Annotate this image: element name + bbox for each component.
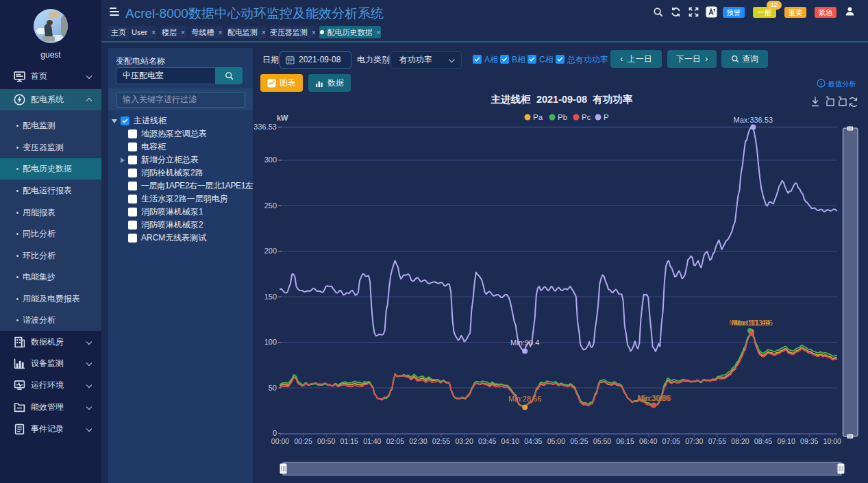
svg-text:Min:30.86: Min:30.86 bbox=[637, 394, 670, 402]
svg-text:04:35: 04:35 bbox=[524, 437, 542, 445]
svg-text:07:55: 07:55 bbox=[708, 437, 726, 445]
svg-text:50: 50 bbox=[269, 384, 277, 392]
svg-text:08:45: 08:45 bbox=[754, 437, 772, 445]
svg-text:08:20: 08:20 bbox=[731, 437, 749, 445]
svg-text:02:30: 02:30 bbox=[409, 437, 427, 445]
svg-text:07:30: 07:30 bbox=[685, 437, 703, 445]
svg-text:10:00: 10:00 bbox=[823, 437, 841, 445]
svg-text:05:00: 05:00 bbox=[547, 437, 565, 445]
svg-text:09:10: 09:10 bbox=[777, 437, 795, 445]
svg-text:Min:28.66: Min:28.66 bbox=[508, 395, 541, 403]
svg-text:05:50: 05:50 bbox=[593, 437, 611, 445]
svg-text:04:10: 04:10 bbox=[501, 437, 519, 445]
svg-text:336.53: 336.53 bbox=[253, 123, 277, 131]
svg-text:0: 0 bbox=[273, 429, 277, 437]
svg-text:P: P bbox=[604, 113, 609, 121]
svg-text:00:00: 00:00 bbox=[271, 437, 289, 445]
svg-text:200: 200 bbox=[264, 247, 277, 255]
svg-text:Pb: Pb bbox=[558, 113, 567, 121]
svg-text:100: 100 bbox=[264, 338, 277, 346]
svg-text:07:05: 07:05 bbox=[662, 437, 680, 445]
svg-text:05:25: 05:25 bbox=[570, 437, 588, 445]
svg-text:02:05: 02:05 bbox=[386, 437, 404, 445]
svg-text:150: 150 bbox=[264, 293, 277, 301]
svg-text:02:55: 02:55 bbox=[432, 437, 450, 445]
svg-text:Max:336.53: Max:336.53 bbox=[734, 116, 773, 124]
svg-text:06:40: 06:40 bbox=[639, 437, 657, 445]
svg-text:01:40: 01:40 bbox=[363, 437, 381, 445]
svg-text:03:45: 03:45 bbox=[478, 437, 496, 445]
svg-text:Max:111.44: Max:111.44 bbox=[732, 319, 770, 327]
svg-text:300: 300 bbox=[264, 156, 277, 164]
svg-text:kW: kW bbox=[277, 114, 288, 122]
svg-text:Pa: Pa bbox=[533, 113, 543, 121]
svg-text:06:15: 06:15 bbox=[616, 437, 634, 445]
svg-text:250: 250 bbox=[264, 201, 277, 210]
svg-text:03:20: 03:20 bbox=[455, 437, 473, 445]
svg-text:Pc: Pc bbox=[582, 113, 591, 121]
svg-text:00:25: 00:25 bbox=[294, 437, 312, 445]
svg-text:主进线柜 2021-09-08 有功功率: 主进线柜 2021-09-08 有功功率 bbox=[491, 94, 633, 105]
svg-text:Min:90.4: Min:90.4 bbox=[510, 338, 539, 347]
svg-text:09:35: 09:35 bbox=[800, 437, 818, 445]
svg-text:01:15: 01:15 bbox=[340, 437, 358, 445]
svg-text:00:50: 00:50 bbox=[317, 437, 335, 445]
